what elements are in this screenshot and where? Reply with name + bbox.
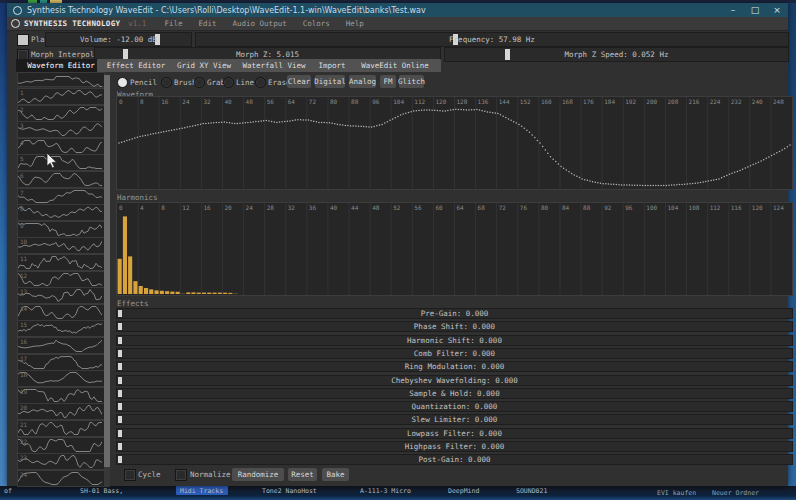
wavetable-thumbnail-13[interactable]: 13 (17, 287, 105, 304)
minimize-button[interactable]: – (722, 3, 744, 17)
effect-slider-sample-hold[interactable]: Sample & Hold: 0.000 (116, 388, 793, 399)
thumbnail-number: 18 (20, 371, 27, 378)
wavetable-thumbnail-2[interactable]: 2 (17, 105, 105, 122)
menu-item-audio-output[interactable]: Audio Output (233, 19, 287, 28)
analog-button[interactable]: Analog (349, 75, 376, 88)
wavetable-thumbnail-1[interactable]: 1 (17, 88, 105, 105)
wavetable-thumbnail-0[interactable] (17, 72, 105, 87)
wavetable-thumbnail-3[interactable]: 3 (17, 121, 105, 138)
effect-slider-lowpass-filter[interactable]: Lowpass Filter: 0.000 (116, 428, 793, 439)
taskbar-item[interactable]: Tone2 NanoHost (262, 487, 317, 495)
taskbar-item[interactable]: DeepMind (448, 487, 479, 495)
wavetable-sidebar[interactable]: 123456789101112131415161718192021222324 (9, 72, 108, 487)
volume-slider[interactable]: Volume: -12.00 dB (45, 32, 192, 47)
tool-radio-eraser[interactable] (255, 77, 266, 88)
normalize-checkbox[interactable] (175, 469, 187, 481)
tool-radio-line[interactable] (223, 77, 234, 88)
effect-slider-post-gain[interactable]: Post-Gain: 0.000 (116, 454, 793, 465)
wavetable-thumbnail-11[interactable]: 11 (17, 254, 105, 271)
ruler-tick: 104 (393, 98, 404, 105)
close-button[interactable]: × (766, 3, 788, 17)
wavetable-thumbnail-20[interactable]: 20 (17, 403, 105, 420)
ruler-tick: 68 (478, 204, 485, 211)
play-checkbox[interactable] (17, 34, 29, 46)
wavetable-thumbnail-9[interactable]: 9 (17, 221, 105, 238)
wavetable-thumbnail-6[interactable]: 6 (17, 171, 105, 188)
harmonics-panel[interactable]: 0481216202428323640444852566064687276808… (116, 202, 793, 296)
effect-slider-comb-filter[interactable]: Comb Filter: 0.000 (116, 348, 793, 359)
wavetable-thumbnail-12[interactable]: 12 (17, 271, 105, 288)
effect-slider-slew-limiter[interactable]: Slew Limiter: 0.000 (116, 414, 793, 425)
waveform-panel[interactable]: 0816243240485664728088961041121201281361… (116, 96, 793, 190)
maximize-button[interactable]: □ (744, 3, 766, 17)
wavetable-thumbnail-8[interactable]: 8 (17, 204, 105, 221)
wavetable-thumbnail-7[interactable]: 7 (17, 188, 105, 205)
ruler-tick: 60 (435, 204, 442, 211)
frequency-slider[interactable]: Frequency: 57.98 Hz (195, 32, 789, 47)
tool-radio-brush[interactable] (161, 77, 172, 88)
digital-button[interactable]: Digital (315, 75, 345, 88)
menu-item-help[interactable]: Help (346, 19, 364, 28)
effect-slider-highpass-filter[interactable]: Highpass Filter: 0.000 (116, 441, 793, 452)
effect-slider-pre-gain[interactable]: Pre-Gain: 0.000 (116, 308, 793, 319)
ruler-tick: 80 (330, 98, 337, 105)
sidebar-scrollbar-thumb[interactable] (104, 75, 110, 467)
reset-button[interactable]: Reset (288, 468, 317, 481)
wavetable-thumbnail-21[interactable]: 21 (17, 420, 105, 437)
thumbnail-number: 21 (20, 421, 27, 428)
fm-button[interactable]: FM (380, 75, 396, 88)
wavetable-thumbnail-19[interactable]: 19 (17, 387, 105, 404)
ruler-tick: 64 (457, 204, 464, 211)
wavetable-thumbnail-5[interactable]: 5 (17, 154, 105, 171)
ruler-tick: 0 (119, 204, 123, 211)
wavetable-thumbnail-10[interactable]: 10 (17, 237, 105, 254)
title-bar[interactable]: Synthesis Technology WaveEdit - C:\Users… (7, 3, 788, 17)
harmonics-section-label: Harmonics (117, 193, 158, 202)
effect-slider-chebyshev-wavefolding[interactable]: Chebyshev Wavefolding: 0.000 (116, 375, 793, 386)
thumbnail-number: 12 (20, 272, 27, 279)
ruler-tick: 160 (541, 98, 552, 105)
ruler-tick: 44 (351, 204, 358, 211)
wavetable-thumbnail-18[interactable]: 18 (17, 370, 105, 387)
cycle-checkbox[interactable] (124, 469, 136, 481)
tool-radio-pencil[interactable] (117, 77, 128, 88)
wavetable-thumbnail-24[interactable]: 24 (17, 470, 105, 487)
effect-slider-harmonic-shift[interactable]: Harmonic Shift: 0.000 (116, 335, 793, 346)
tab-grid-xy-view[interactable]: Grid XY View (166, 59, 242, 72)
wavetable-thumbnail-4[interactable]: 4 (17, 138, 105, 155)
ruler-tick: 4 (140, 204, 144, 211)
glitch-button[interactable]: Glitch (399, 75, 424, 88)
taskbar-item[interactable]: Midi Tracks (180, 487, 223, 495)
menu-item-file[interactable]: File (164, 19, 182, 28)
clear-button[interactable]: Clear (287, 75, 311, 88)
wavetable-thumbnail-17[interactable]: 17 (17, 354, 105, 371)
tool-radio-grab[interactable] (194, 77, 205, 88)
randomize-button[interactable]: Randomize (232, 468, 284, 481)
bake-button[interactable]: Bake (322, 468, 349, 481)
menu-item-colors[interactable]: Colors (303, 19, 330, 28)
wavetable-thumbnail-22[interactable]: 22 (17, 437, 105, 454)
desktop-icon-label[interactable]: Neuer Ordner (712, 489, 759, 497)
ruler-tick: 92 (604, 204, 611, 211)
tab-waterfall-view[interactable]: Waterfall View (233, 59, 315, 72)
taskbar-item[interactable]: SOUND021 (516, 487, 547, 495)
wavetable-thumbnail-14[interactable]: 14 (17, 304, 105, 321)
taskbar-item[interactable]: SH-01 Bass, (80, 487, 123, 495)
wavetable-thumbnail-23[interactable]: 23 (17, 453, 105, 470)
effect-slider-quantization[interactable]: Quantization: 0.000 (116, 401, 793, 412)
ruler-tick: 120 (752, 204, 763, 211)
tab-effect-editor[interactable]: Effect Editor (97, 59, 175, 72)
ruler-tick: 72 (499, 204, 506, 211)
effect-slider-phase-shift[interactable]: Phase Shift: 0.000 (116, 321, 793, 332)
ruler-tick: 8 (161, 204, 165, 211)
effect-slider-ring-modulation[interactable]: Ring Modulation: 0.000 (116, 361, 793, 372)
wavetable-thumbnail-15[interactable]: 15 (17, 320, 105, 337)
menu-item-edit[interactable]: Edit (198, 19, 216, 28)
taskbar-item[interactable]: of (4, 487, 12, 495)
desktop-icon-label[interactable]: EVI kaufen (657, 489, 696, 497)
tab-waveform-editor[interactable]: Waveform Editor (16, 59, 106, 72)
wavetable-thumbnail-16[interactable]: 16 (17, 337, 105, 354)
taskbar-item[interactable]: A-111-3 Micro (360, 487, 411, 495)
tab-waveedit-online[interactable]: WaveEdit Online (349, 59, 441, 72)
ruler-tick: 108 (689, 204, 700, 211)
